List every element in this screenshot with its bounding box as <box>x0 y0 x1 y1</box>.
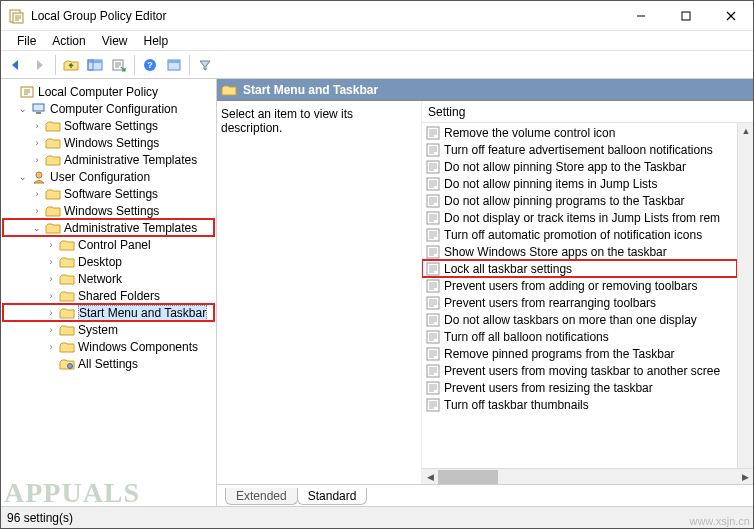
tree-root[interactable]: Local Computer Policy <box>3 83 214 100</box>
minimize-button[interactable] <box>618 1 663 30</box>
tree-computer-configuration[interactable]: ⌄Computer Configuration <box>3 100 214 117</box>
tree-item[interactable]: All Settings <box>3 355 214 372</box>
setting-label: Prevent users from moving taskbar to ano… <box>444 364 720 378</box>
setting-item[interactable]: Turn off feature advertisement balloon n… <box>422 141 737 158</box>
expand-icon[interactable]: ⌄ <box>17 103 29 115</box>
setting-item[interactable]: Prevent users from adding or removing to… <box>422 277 737 294</box>
expand-icon[interactable]: › <box>31 137 43 149</box>
tree-item[interactable]: ›Software Settings <box>3 117 214 134</box>
tree-item[interactable]: ›System <box>3 321 214 338</box>
filter-button[interactable] <box>194 54 216 76</box>
svg-rect-24 <box>427 263 439 275</box>
tree-label: Start Menu and Taskbar <box>78 305 207 321</box>
scroll-up-button[interactable]: ▲ <box>738 123 754 139</box>
svg-rect-2 <box>682 12 690 20</box>
policy-setting-icon <box>426 228 440 242</box>
menu-view[interactable]: View <box>94 32 136 50</box>
expand-icon[interactable]: › <box>45 341 57 353</box>
tree-item[interactable]: ›Network <box>3 270 214 287</box>
horizontal-scrollbar[interactable]: ◀ ▶ <box>422 468 753 484</box>
setting-item[interactable]: Do not display or track items in Jump Li… <box>422 209 737 226</box>
svg-text:?: ? <box>147 60 153 70</box>
expand-icon[interactable]: › <box>31 120 43 132</box>
show-panes-button[interactable] <box>84 54 106 76</box>
tree-label: Computer Configuration <box>50 102 177 116</box>
maximize-button[interactable] <box>663 1 708 30</box>
setting-item[interactable]: Turn off taskbar thumbnails <box>422 396 737 413</box>
expand-icon[interactable]: › <box>45 239 57 251</box>
scroll-right-button[interactable]: ▶ <box>737 469 753 485</box>
back-button[interactable] <box>5 54 27 76</box>
folder-icon <box>59 323 75 337</box>
setting-label: Prevent users from resizing the taskbar <box>444 381 653 395</box>
menu-file[interactable]: File <box>9 32 44 50</box>
setting-item[interactable]: Prevent users from rearranging toolbars <box>422 294 737 311</box>
settings-list[interactable]: Remove the volume control iconTurn off f… <box>422 123 737 468</box>
policy-setting-icon <box>426 296 440 310</box>
expand-icon[interactable]: › <box>45 324 57 336</box>
setting-item[interactable]: Lock all taskbar settings <box>422 260 737 277</box>
setting-item[interactable]: Turn off automatic promotion of notifica… <box>422 226 737 243</box>
tree-administrative-templates[interactable]: ⌄Administrative Templates <box>3 219 214 236</box>
tree-item[interactable]: ›Control Panel <box>3 236 214 253</box>
setting-label: Turn off taskbar thumbnails <box>444 398 589 412</box>
setting-item[interactable]: Do not allow pinning items in Jump Lists <box>422 175 737 192</box>
expand-icon[interactable]: › <box>45 290 57 302</box>
properties-button[interactable] <box>163 54 185 76</box>
tab-extended[interactable]: Extended <box>225 488 298 505</box>
policy-setting-icon <box>426 347 440 361</box>
folder-icon <box>59 238 75 252</box>
menu-help[interactable]: Help <box>136 32 177 50</box>
policy-setting-icon <box>426 177 440 191</box>
svg-rect-19 <box>427 178 439 190</box>
svg-rect-16 <box>427 127 439 139</box>
user-icon <box>31 170 47 184</box>
setting-item[interactable]: Do not allow pinning programs to the Tas… <box>422 192 737 209</box>
up-folder-button[interactable] <box>60 54 82 76</box>
setting-item[interactable]: Remove pinned programs from the Taskbar <box>422 345 737 362</box>
close-button[interactable] <box>708 1 753 30</box>
tree-label: Local Computer Policy <box>38 85 158 99</box>
setting-item[interactable]: Prevent users from resizing the taskbar <box>422 379 737 396</box>
navigation-tree[interactable]: Local Computer Policy⌄Computer Configura… <box>1 79 217 506</box>
tab-standard[interactable]: Standard <box>297 488 368 505</box>
tree-item[interactable]: ›Shared Folders <box>3 287 214 304</box>
expand-icon[interactable]: › <box>45 307 57 319</box>
setting-item[interactable]: Remove the volume control icon <box>422 124 737 141</box>
tree-user-configuration[interactable]: ⌄User Configuration <box>3 168 214 185</box>
expand-icon[interactable]: › <box>31 188 43 200</box>
setting-item[interactable]: Show Windows Store apps on the taskbar <box>422 243 737 260</box>
forward-button[interactable] <box>29 54 51 76</box>
scroll-thumb[interactable] <box>438 470 498 484</box>
expand-icon[interactable]: › <box>31 205 43 217</box>
tree-start-menu-and-taskbar[interactable]: ›Start Menu and Taskbar <box>3 304 214 321</box>
tree-item[interactable]: ›Windows Settings <box>3 202 214 219</box>
vertical-scrollbar[interactable]: ▲ <box>737 123 753 468</box>
expand-icon[interactable]: › <box>45 256 57 268</box>
svg-point-15 <box>68 363 73 368</box>
tree-item[interactable]: ›Windows Settings <box>3 134 214 151</box>
setting-item[interactable]: Do not allow taskbars on more than one d… <box>422 311 737 328</box>
tree-item[interactable]: ›Software Settings <box>3 185 214 202</box>
setting-item[interactable]: Prevent users from moving taskbar to ano… <box>422 362 737 379</box>
scroll-left-button[interactable]: ◀ <box>422 469 438 485</box>
setting-item[interactable]: Do not allow pinning Store app to the Ta… <box>422 158 737 175</box>
setting-label: Do not allow taskbars on more than one d… <box>444 313 697 327</box>
tree-item[interactable]: ›Administrative Templates <box>3 151 214 168</box>
tree-item[interactable]: ›Desktop <box>3 253 214 270</box>
column-header-setting[interactable]: Setting <box>422 101 753 123</box>
export-list-button[interactable] <box>108 54 130 76</box>
expand-icon[interactable]: ⌄ <box>31 222 43 234</box>
expand-icon[interactable]: ⌄ <box>17 171 29 183</box>
tree-item[interactable]: ›Windows Components <box>3 338 214 355</box>
folder-icon <box>45 136 61 150</box>
setting-item[interactable]: Turn off all balloon notifications <box>422 328 737 345</box>
svg-rect-12 <box>33 104 44 111</box>
expand-icon[interactable]: › <box>31 154 43 166</box>
expand-icon[interactable]: › <box>45 273 57 285</box>
tree-label: Software Settings <box>64 187 158 201</box>
help-button[interactable]: ? <box>139 54 161 76</box>
svg-rect-23 <box>427 246 439 258</box>
policy-setting-icon <box>426 279 440 293</box>
menu-action[interactable]: Action <box>44 32 93 50</box>
